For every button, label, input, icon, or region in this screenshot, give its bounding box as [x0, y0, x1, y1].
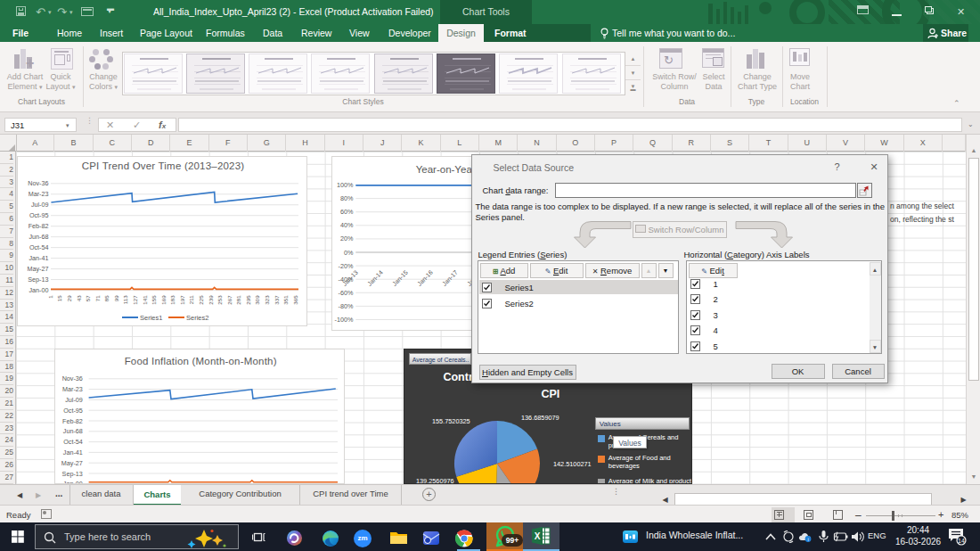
svg-text:281: 281 — [235, 294, 241, 304]
svg-text:29: 29 — [66, 294, 72, 300]
svg-text:43: 43 — [76, 294, 82, 300]
svg-text:85: 85 — [103, 294, 110, 300]
svg-text:Mar-23: Mar-23 — [62, 385, 83, 393]
svg-text:i: i — [807, 537, 808, 542]
svg-text:141: 141 — [142, 294, 148, 304]
svg-text:169: 169 — [160, 294, 167, 304]
svg-text:323: 323 — [264, 294, 270, 304]
svg-text:40%: 40% — [340, 221, 354, 229]
svg-text:Jan-17: Jan-17 — [441, 268, 459, 286]
svg-text:197: 197 — [179, 294, 185, 304]
svg-text:0%: 0% — [344, 248, 354, 256]
svg-text:211: 211 — [188, 294, 194, 303]
svg-text:20%: 20% — [340, 234, 354, 243]
svg-text:155.7520325: 155.7520325 — [432, 417, 470, 425]
svg-text:Jan-41: Jan-41 — [29, 254, 49, 262]
svg-text:142.5100271: 142.5100271 — [553, 460, 592, 468]
svg-text:139.2560976: 139.2560976 — [416, 477, 454, 485]
svg-text:Jan-15: Jan-15 — [391, 268, 409, 286]
svg-text:Jan-14: Jan-14 — [366, 268, 384, 286]
svg-text:X: X — [535, 531, 541, 541]
svg-text:Series1: Series1 — [140, 314, 162, 322]
svg-text:Series2: Series2 — [186, 314, 208, 322]
svg-text:Sep-13: Sep-13 — [28, 276, 48, 284]
svg-text:Feb-82: Feb-82 — [62, 417, 83, 425]
svg-text:Mar-23: Mar-23 — [29, 190, 49, 198]
svg-text:-80%: -80% — [338, 301, 353, 309]
svg-text:1: 1 — [47, 294, 53, 298]
svg-text:337: 337 — [274, 294, 280, 304]
svg-text:Jun-68: Jun-68 — [63, 427, 83, 435]
svg-text:Oct-95: Oct-95 — [29, 211, 49, 219]
svg-text:Oct-54: Oct-54 — [29, 243, 49, 251]
svg-text:136.6859079: 136.6859079 — [521, 414, 559, 422]
svg-text:225: 225 — [198, 294, 204, 304]
svg-text:267: 267 — [226, 294, 233, 304]
svg-text:Nov-36: Nov-36 — [62, 374, 83, 382]
svg-text:351: 351 — [282, 294, 289, 304]
svg-text:Jan-16: Jan-16 — [416, 268, 434, 286]
svg-text:295: 295 — [245, 294, 251, 304]
svg-text:Jul-09: Jul-09 — [65, 396, 83, 404]
svg-text:-60%: -60% — [338, 288, 353, 296]
svg-text:-20%: -20% — [338, 261, 353, 269]
svg-text:-100%: -100% — [334, 316, 353, 324]
svg-text:Feb-82: Feb-82 — [29, 222, 49, 230]
svg-text:127: 127 — [132, 294, 138, 304]
svg-text:253: 253 — [216, 294, 223, 304]
svg-text:Nov-36: Nov-36 — [28, 179, 48, 187]
svg-text:309: 309 — [254, 294, 260, 304]
svg-text:155: 155 — [151, 294, 157, 304]
svg-text:60%: 60% — [340, 208, 354, 216]
svg-text:239: 239 — [208, 294, 214, 304]
svg-text:71: 71 — [94, 294, 101, 300]
svg-text:Jan-41: Jan-41 — [63, 448, 83, 456]
svg-text:183: 183 — [169, 294, 176, 304]
svg-text:57: 57 — [85, 294, 91, 300]
svg-text:Sep-13: Sep-13 — [62, 470, 83, 478]
svg-text:Jul-09: Jul-09 — [31, 201, 49, 209]
svg-text:15: 15 — [56, 294, 62, 300]
svg-text:113: 113 — [122, 294, 128, 303]
svg-text:Jun-68: Jun-68 — [29, 233, 49, 241]
svg-text:May-27: May-27 — [61, 459, 83, 467]
svg-text:14: 14 — [958, 538, 965, 544]
svg-text:365: 365 — [292, 294, 298, 304]
svg-text:Jan-00: Jan-00 — [29, 286, 49, 294]
svg-text:100%: 100% — [337, 181, 354, 189]
svg-text:Oct-95: Oct-95 — [63, 407, 83, 415]
svg-text:80%: 80% — [340, 194, 354, 202]
svg-text:Oct-54: Oct-54 — [63, 438, 83, 446]
svg-text:99: 99 — [113, 294, 119, 300]
svg-text:May-27: May-27 — [28, 265, 49, 273]
